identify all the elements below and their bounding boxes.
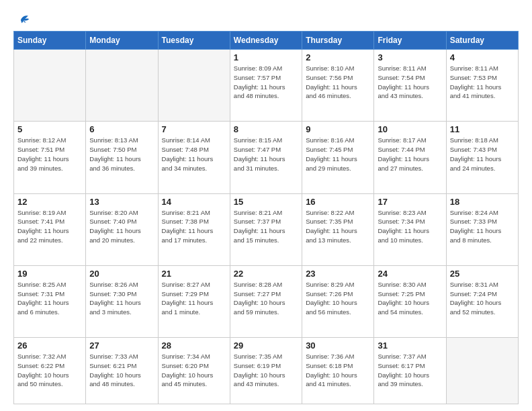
- weekday-header-sunday: Sunday: [14, 32, 86, 50]
- day-number: 8: [234, 124, 298, 134]
- day-info: Sunrise: 7:32 AM Sunset: 6:22 PM Dayligh…: [17, 352, 82, 389]
- day-number: 13: [89, 197, 154, 207]
- day-number: 24: [378, 269, 442, 279]
- day-number: 1: [234, 52, 298, 62]
- calendar-cell: 1Sunrise: 8:09 AM Sunset: 7:57 PM Daylig…: [230, 50, 302, 122]
- day-info: Sunrise: 8:20 AM Sunset: 7:40 PM Dayligh…: [89, 208, 154, 245]
- day-number: 28: [162, 340, 226, 351]
- logo: [13, 12, 30, 24]
- calendar-cell: 6Sunrise: 8:13 AM Sunset: 7:50 PM Daylig…: [86, 122, 158, 193]
- day-info: Sunrise: 8:28 AM Sunset: 7:27 PM Dayligh…: [234, 280, 298, 317]
- calendar-week-row: 1Sunrise: 8:09 AM Sunset: 7:57 PM Daylig…: [14, 50, 519, 122]
- day-info: Sunrise: 8:21 AM Sunset: 7:37 PM Dayligh…: [234, 208, 298, 245]
- day-number: 2: [306, 52, 370, 62]
- day-number: 3: [378, 52, 442, 62]
- day-number: 10: [378, 124, 442, 134]
- calendar-cell: 22Sunrise: 8:28 AM Sunset: 7:27 PM Dayli…: [230, 265, 302, 337]
- calendar-week-row: 19Sunrise: 8:25 AM Sunset: 7:31 PM Dayli…: [14, 265, 519, 337]
- weekday-header-thursday: Thursday: [302, 32, 374, 50]
- day-info: Sunrise: 8:16 AM Sunset: 7:45 PM Dayligh…: [306, 136, 370, 173]
- calendar-cell: [86, 50, 158, 122]
- calendar-cell: 27Sunrise: 7:33 AM Sunset: 6:21 PM Dayli…: [86, 338, 158, 404]
- day-info: Sunrise: 8:22 AM Sunset: 7:35 PM Dayligh…: [306, 208, 370, 245]
- calendar-cell: 28Sunrise: 7:34 AM Sunset: 6:20 PM Dayli…: [158, 338, 230, 404]
- day-info: Sunrise: 7:35 AM Sunset: 6:19 PM Dayligh…: [234, 352, 298, 389]
- day-info: Sunrise: 8:31 AM Sunset: 7:24 PM Dayligh…: [450, 280, 515, 317]
- day-info: Sunrise: 8:10 AM Sunset: 7:56 PM Dayligh…: [306, 64, 370, 101]
- day-number: 17: [378, 197, 442, 207]
- header: [13, 12, 519, 24]
- weekday-header-friday: Friday: [374, 32, 446, 50]
- weekday-header-monday: Monday: [86, 32, 158, 50]
- day-info: Sunrise: 8:13 AM Sunset: 7:50 PM Dayligh…: [89, 136, 154, 173]
- calendar-cell: 25Sunrise: 8:31 AM Sunset: 7:24 PM Dayli…: [446, 265, 518, 337]
- calendar-cell: 21Sunrise: 8:27 AM Sunset: 7:29 PM Dayli…: [158, 265, 230, 337]
- calendar-cell: 5Sunrise: 8:12 AM Sunset: 7:51 PM Daylig…: [14, 122, 86, 193]
- day-info: Sunrise: 8:17 AM Sunset: 7:44 PM Dayligh…: [378, 136, 442, 173]
- weekday-header-row: SundayMondayTuesdayWednesdayThursdayFrid…: [14, 32, 519, 50]
- day-number: 19: [17, 269, 82, 279]
- weekday-header-wednesday: Wednesday: [230, 32, 302, 50]
- calendar-cell: 7Sunrise: 8:14 AM Sunset: 7:48 PM Daylig…: [158, 122, 230, 193]
- calendar-cell: 19Sunrise: 8:25 AM Sunset: 7:31 PM Dayli…: [14, 265, 86, 337]
- day-info: Sunrise: 8:27 AM Sunset: 7:29 PM Dayligh…: [162, 280, 226, 317]
- calendar-cell: 13Sunrise: 8:20 AM Sunset: 7:40 PM Dayli…: [86, 193, 158, 265]
- calendar-cell: 4Sunrise: 8:11 AM Sunset: 7:53 PM Daylig…: [446, 50, 518, 122]
- day-info: Sunrise: 8:15 AM Sunset: 7:47 PM Dayligh…: [234, 136, 298, 173]
- calendar-cell: 17Sunrise: 8:23 AM Sunset: 7:34 PM Dayli…: [374, 193, 446, 265]
- day-number: 18: [450, 197, 515, 207]
- calendar-cell: [446, 338, 518, 404]
- calendar-cell: 20Sunrise: 8:26 AM Sunset: 7:30 PM Dayli…: [86, 265, 158, 337]
- calendar-week-row: 26Sunrise: 7:32 AM Sunset: 6:22 PM Dayli…: [14, 338, 519, 404]
- day-info: Sunrise: 8:09 AM Sunset: 7:57 PM Dayligh…: [234, 64, 298, 101]
- calendar-table: SundayMondayTuesdayWednesdayThursdayFrid…: [13, 31, 519, 404]
- calendar-cell: 26Sunrise: 7:32 AM Sunset: 6:22 PM Dayli…: [14, 338, 86, 404]
- day-number: 5: [17, 124, 82, 134]
- day-number: 9: [306, 124, 370, 134]
- day-info: Sunrise: 8:23 AM Sunset: 7:34 PM Dayligh…: [378, 208, 442, 245]
- calendar-cell: 29Sunrise: 7:35 AM Sunset: 6:19 PM Dayli…: [230, 338, 302, 404]
- day-number: 31: [378, 340, 442, 351]
- calendar-cell: 31Sunrise: 7:37 AM Sunset: 6:17 PM Dayli…: [374, 338, 446, 404]
- day-number: 30: [306, 340, 370, 351]
- day-number: 6: [89, 124, 154, 134]
- day-number: 12: [17, 197, 82, 207]
- calendar-cell: 15Sunrise: 8:21 AM Sunset: 7:37 PM Dayli…: [230, 193, 302, 265]
- calendar-cell: 2Sunrise: 8:10 AM Sunset: 7:56 PM Daylig…: [302, 50, 374, 122]
- day-number: 27: [89, 340, 154, 351]
- day-number: 29: [234, 340, 298, 351]
- calendar-week-row: 5Sunrise: 8:12 AM Sunset: 7:51 PM Daylig…: [14, 122, 519, 193]
- logo-bird-icon: [15, 12, 30, 27]
- day-number: 26: [17, 340, 82, 351]
- calendar-week-row: 12Sunrise: 8:19 AM Sunset: 7:41 PM Dayli…: [14, 193, 519, 265]
- calendar-cell: 14Sunrise: 8:21 AM Sunset: 7:38 PM Dayli…: [158, 193, 230, 265]
- calendar-cell: 3Sunrise: 8:11 AM Sunset: 7:54 PM Daylig…: [374, 50, 446, 122]
- day-number: 4: [450, 52, 515, 62]
- calendar-cell: 12Sunrise: 8:19 AM Sunset: 7:41 PM Dayli…: [14, 193, 86, 265]
- day-info: Sunrise: 8:25 AM Sunset: 7:31 PM Dayligh…: [17, 280, 82, 317]
- day-number: 20: [89, 269, 154, 279]
- day-info: Sunrise: 7:34 AM Sunset: 6:20 PM Dayligh…: [162, 352, 226, 389]
- day-info: Sunrise: 8:11 AM Sunset: 7:53 PM Dayligh…: [450, 64, 515, 101]
- day-info: Sunrise: 7:33 AM Sunset: 6:21 PM Dayligh…: [89, 352, 154, 389]
- weekday-header-tuesday: Tuesday: [158, 32, 230, 50]
- day-info: Sunrise: 8:12 AM Sunset: 7:51 PM Dayligh…: [17, 136, 82, 173]
- calendar-cell: [158, 50, 230, 122]
- calendar-cell: 10Sunrise: 8:17 AM Sunset: 7:44 PM Dayli…: [374, 122, 446, 193]
- calendar-cell: 18Sunrise: 8:24 AM Sunset: 7:33 PM Dayli…: [446, 193, 518, 265]
- weekday-header-saturday: Saturday: [446, 32, 518, 50]
- day-info: Sunrise: 8:19 AM Sunset: 7:41 PM Dayligh…: [17, 208, 82, 245]
- day-info: Sunrise: 8:11 AM Sunset: 7:54 PM Dayligh…: [378, 64, 442, 101]
- day-info: Sunrise: 8:14 AM Sunset: 7:48 PM Dayligh…: [162, 136, 226, 173]
- day-number: 22: [234, 269, 298, 279]
- day-number: 23: [306, 269, 370, 279]
- day-info: Sunrise: 8:30 AM Sunset: 7:25 PM Dayligh…: [378, 280, 442, 317]
- day-number: 21: [162, 269, 226, 279]
- day-number: 11: [450, 124, 515, 134]
- day-number: 15: [234, 197, 298, 207]
- calendar-cell: [14, 50, 86, 122]
- day-info: Sunrise: 8:29 AM Sunset: 7:26 PM Dayligh…: [306, 280, 370, 317]
- day-number: 25: [450, 269, 515, 279]
- day-info: Sunrise: 8:21 AM Sunset: 7:38 PM Dayligh…: [162, 208, 226, 245]
- calendar-cell: 8Sunrise: 8:15 AM Sunset: 7:47 PM Daylig…: [230, 122, 302, 193]
